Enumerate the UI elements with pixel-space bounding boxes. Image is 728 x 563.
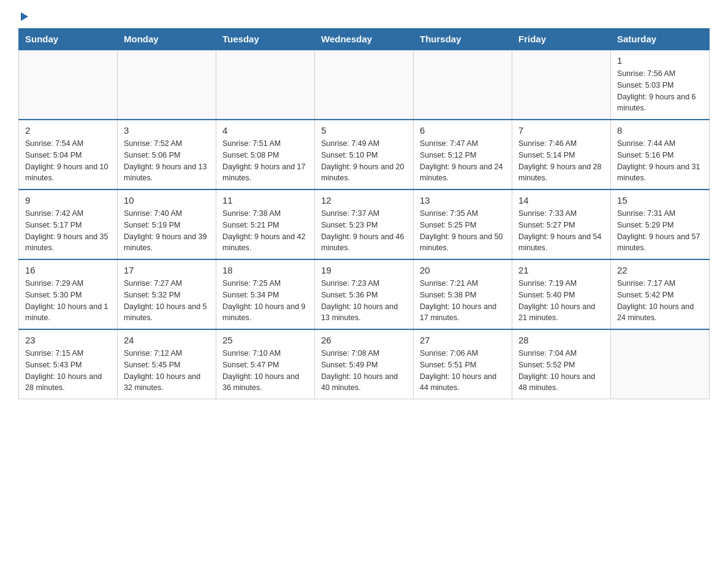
day-info: Sunrise: 7:12 AMSunset: 5:45 PMDaylight:… bbox=[124, 348, 210, 394]
calendar-cell: 24Sunrise: 7:12 AMSunset: 5:45 PMDayligh… bbox=[118, 329, 216, 399]
week-row-4: 16Sunrise: 7:29 AMSunset: 5:30 PMDayligh… bbox=[19, 259, 710, 329]
week-row-5: 23Sunrise: 7:15 AMSunset: 5:43 PMDayligh… bbox=[19, 329, 710, 399]
day-number: 23 bbox=[25, 335, 111, 345]
week-row-2: 2Sunrise: 7:54 AMSunset: 5:04 PMDaylight… bbox=[19, 120, 710, 190]
day-number: 9 bbox=[25, 195, 111, 205]
calendar-cell: 22Sunrise: 7:17 AMSunset: 5:42 PMDayligh… bbox=[611, 259, 710, 329]
day-number: 22 bbox=[617, 265, 703, 275]
day-info: Sunrise: 7:15 AMSunset: 5:43 PMDaylight:… bbox=[25, 348, 111, 394]
day-info: Sunrise: 7:42 AMSunset: 5:17 PMDaylight:… bbox=[25, 208, 111, 254]
calendar-cell bbox=[19, 50, 118, 120]
day-info: Sunrise: 7:23 AMSunset: 5:36 PMDaylight:… bbox=[321, 278, 407, 324]
day-number: 2 bbox=[25, 125, 111, 136]
calendar-cell: 18Sunrise: 7:25 AMSunset: 5:34 PMDayligh… bbox=[216, 259, 315, 329]
day-info: Sunrise: 7:31 AMSunset: 5:29 PMDaylight:… bbox=[617, 208, 703, 254]
weekday-header-thursday: Thursday bbox=[414, 29, 512, 50]
day-number: 5 bbox=[321, 125, 407, 136]
calendar-cell: 1Sunrise: 7:56 AMSunset: 5:03 PMDaylight… bbox=[611, 50, 710, 120]
day-info: Sunrise: 7:47 AMSunset: 5:12 PMDaylight:… bbox=[420, 138, 506, 184]
day-info: Sunrise: 7:51 AMSunset: 5:08 PMDaylight:… bbox=[222, 138, 308, 184]
day-info: Sunrise: 7:44 AMSunset: 5:16 PMDaylight:… bbox=[617, 138, 703, 184]
calendar-cell: 5Sunrise: 7:49 AMSunset: 5:10 PMDaylight… bbox=[315, 120, 414, 190]
day-number: 21 bbox=[518, 265, 604, 275]
calendar-cell: 25Sunrise: 7:10 AMSunset: 5:47 PMDayligh… bbox=[216, 329, 315, 399]
day-number: 17 bbox=[124, 265, 210, 275]
calendar-cell: 7Sunrise: 7:46 AMSunset: 5:14 PMDaylight… bbox=[512, 120, 611, 190]
week-row-1: 1Sunrise: 7:56 AMSunset: 5:03 PMDaylight… bbox=[19, 50, 710, 120]
day-info: Sunrise: 7:27 AMSunset: 5:32 PMDaylight:… bbox=[124, 278, 210, 324]
day-info: Sunrise: 7:33 AMSunset: 5:27 PMDaylight:… bbox=[518, 208, 604, 254]
calendar-cell: 14Sunrise: 7:33 AMSunset: 5:27 PMDayligh… bbox=[512, 190, 611, 259]
calendar-cell: 10Sunrise: 7:40 AMSunset: 5:19 PMDayligh… bbox=[118, 190, 216, 259]
weekday-header-friday: Friday bbox=[512, 29, 611, 50]
day-info: Sunrise: 7:08 AMSunset: 5:49 PMDaylight:… bbox=[321, 348, 407, 394]
day-number: 20 bbox=[420, 265, 506, 275]
calendar-cell bbox=[315, 50, 414, 120]
calendar-cell: 21Sunrise: 7:19 AMSunset: 5:40 PMDayligh… bbox=[512, 259, 611, 329]
day-number: 16 bbox=[25, 265, 111, 275]
day-info: Sunrise: 7:38 AMSunset: 5:21 PMDaylight:… bbox=[222, 208, 308, 254]
day-number: 14 bbox=[518, 195, 604, 205]
weekday-header-tuesday: Tuesday bbox=[216, 29, 315, 50]
calendar-cell: 26Sunrise: 7:08 AMSunset: 5:49 PMDayligh… bbox=[315, 329, 414, 399]
day-number: 4 bbox=[222, 125, 308, 136]
day-number: 27 bbox=[420, 335, 506, 345]
calendar-cell bbox=[118, 50, 216, 120]
logo bbox=[18, 12, 28, 22]
day-info: Sunrise: 7:10 AMSunset: 5:47 PMDaylight:… bbox=[222, 348, 308, 394]
calendar-cell: 20Sunrise: 7:21 AMSunset: 5:38 PMDayligh… bbox=[414, 259, 512, 329]
day-info: Sunrise: 7:19 AMSunset: 5:40 PMDaylight:… bbox=[518, 278, 604, 324]
day-number: 12 bbox=[321, 195, 407, 205]
weekday-header-row: SundayMondayTuesdayWednesdayThursdayFrid… bbox=[19, 29, 710, 50]
calendar-cell bbox=[216, 50, 315, 120]
day-number: 11 bbox=[222, 195, 308, 205]
calendar-cell: 4Sunrise: 7:51 AMSunset: 5:08 PMDaylight… bbox=[216, 120, 315, 190]
calendar-cell: 6Sunrise: 7:47 AMSunset: 5:12 PMDaylight… bbox=[414, 120, 512, 190]
day-info: Sunrise: 7:54 AMSunset: 5:04 PMDaylight:… bbox=[25, 138, 111, 184]
calendar-cell: 9Sunrise: 7:42 AMSunset: 5:17 PMDaylight… bbox=[19, 190, 118, 259]
calendar-cell: 27Sunrise: 7:06 AMSunset: 5:51 PMDayligh… bbox=[414, 329, 512, 399]
calendar-cell bbox=[414, 50, 512, 120]
day-info: Sunrise: 7:56 AMSunset: 5:03 PMDaylight:… bbox=[617, 68, 703, 114]
day-number: 19 bbox=[321, 265, 407, 275]
day-info: Sunrise: 7:17 AMSunset: 5:42 PMDaylight:… bbox=[617, 278, 703, 324]
day-info: Sunrise: 7:21 AMSunset: 5:38 PMDaylight:… bbox=[420, 278, 506, 324]
day-info: Sunrise: 7:04 AMSunset: 5:52 PMDaylight:… bbox=[518, 348, 604, 394]
day-info: Sunrise: 7:29 AMSunset: 5:30 PMDaylight:… bbox=[25, 278, 111, 324]
day-info: Sunrise: 7:37 AMSunset: 5:23 PMDaylight:… bbox=[321, 208, 407, 254]
day-info: Sunrise: 7:40 AMSunset: 5:19 PMDaylight:… bbox=[124, 208, 210, 254]
calendar-cell: 8Sunrise: 7:44 AMSunset: 5:16 PMDaylight… bbox=[611, 120, 710, 190]
calendar-cell: 13Sunrise: 7:35 AMSunset: 5:25 PMDayligh… bbox=[414, 190, 512, 259]
calendar-cell: 11Sunrise: 7:38 AMSunset: 5:21 PMDayligh… bbox=[216, 190, 315, 259]
calendar-cell bbox=[512, 50, 611, 120]
calendar-cell: 16Sunrise: 7:29 AMSunset: 5:30 PMDayligh… bbox=[19, 259, 118, 329]
calendar-cell: 28Sunrise: 7:04 AMSunset: 5:52 PMDayligh… bbox=[512, 329, 611, 399]
calendar-cell: 2Sunrise: 7:54 AMSunset: 5:04 PMDaylight… bbox=[19, 120, 118, 190]
weekday-header-monday: Monday bbox=[118, 29, 216, 50]
logo-blue bbox=[18, 12, 28, 22]
calendar-cell: 15Sunrise: 7:31 AMSunset: 5:29 PMDayligh… bbox=[611, 190, 710, 259]
weekday-header-wednesday: Wednesday bbox=[315, 29, 414, 50]
day-number: 28 bbox=[518, 335, 604, 345]
day-number: 18 bbox=[222, 265, 308, 275]
day-number: 6 bbox=[420, 125, 506, 136]
day-number: 7 bbox=[518, 125, 604, 136]
calendar-cell: 19Sunrise: 7:23 AMSunset: 5:36 PMDayligh… bbox=[315, 259, 414, 329]
calendar-cell: 17Sunrise: 7:27 AMSunset: 5:32 PMDayligh… bbox=[118, 259, 216, 329]
weekday-header-saturday: Saturday bbox=[611, 29, 710, 50]
day-info: Sunrise: 7:49 AMSunset: 5:10 PMDaylight:… bbox=[321, 138, 407, 184]
day-number: 26 bbox=[321, 335, 407, 345]
day-info: Sunrise: 7:52 AMSunset: 5:06 PMDaylight:… bbox=[124, 138, 210, 184]
page-header bbox=[18, 12, 710, 22]
calendar-table: SundayMondayTuesdayWednesdayThursdayFrid… bbox=[18, 28, 710, 399]
day-info: Sunrise: 7:25 AMSunset: 5:34 PMDaylight:… bbox=[222, 278, 308, 324]
calendar-cell: 23Sunrise: 7:15 AMSunset: 5:43 PMDayligh… bbox=[19, 329, 118, 399]
day-number: 10 bbox=[124, 195, 210, 205]
day-number: 15 bbox=[617, 195, 703, 205]
day-number: 24 bbox=[124, 335, 210, 345]
day-info: Sunrise: 7:06 AMSunset: 5:51 PMDaylight:… bbox=[420, 348, 506, 394]
logo-triangle-icon bbox=[21, 12, 28, 21]
day-number: 3 bbox=[124, 125, 210, 136]
calendar-cell: 12Sunrise: 7:37 AMSunset: 5:23 PMDayligh… bbox=[315, 190, 414, 259]
day-info: Sunrise: 7:35 AMSunset: 5:25 PMDaylight:… bbox=[420, 208, 506, 254]
